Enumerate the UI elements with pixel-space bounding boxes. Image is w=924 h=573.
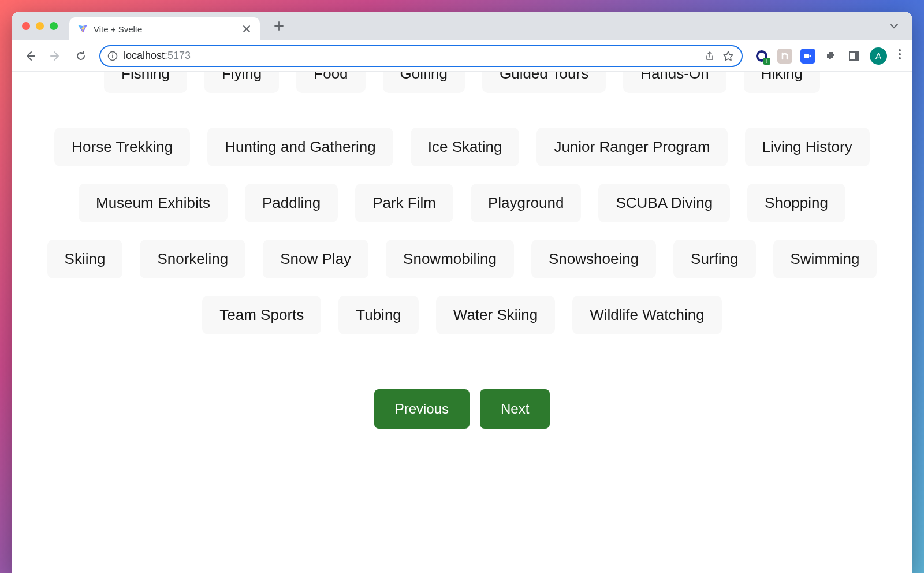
activity-chip[interactable]: Park Film — [355, 184, 453, 222]
next-button[interactable]: Next — [480, 389, 550, 429]
activity-chip[interactable]: Water Skiing — [436, 296, 555, 334]
star-icon — [722, 50, 734, 62]
previous-button[interactable]: Previous — [374, 389, 470, 429]
profile-avatar[interactable]: A — [870, 47, 887, 65]
tab-bar: Vite + Svelte — [12, 12, 912, 40]
forward-button[interactable] — [45, 46, 66, 66]
browser-menu-button[interactable] — [895, 46, 904, 66]
extension-3[interactable] — [800, 49, 815, 64]
activity-chip[interactable]: Museum Exhibits — [79, 184, 228, 222]
back-button[interactable] — [20, 46, 40, 66]
svg-point-9 — [899, 57, 901, 59]
browser-tab[interactable]: Vite + Svelte — [69, 17, 260, 40]
activity-chip[interactable]: Paddling — [245, 184, 338, 222]
activity-chips: Horse TrekkingHunting and GatheringIce S… — [12, 128, 912, 334]
activity-chip[interactable]: Hiking — [744, 72, 820, 93]
vite-favicon-icon — [77, 24, 88, 34]
extension-2[interactable] — [777, 49, 792, 64]
window-controls — [22, 22, 58, 30]
close-icon — [243, 25, 251, 33]
activity-chip[interactable]: Swimming — [773, 240, 877, 278]
url-port: :5173 — [165, 50, 191, 61]
new-tab-button[interactable] — [270, 17, 288, 35]
plus-icon — [274, 21, 284, 31]
tab-overflow-button[interactable] — [886, 17, 902, 35]
browser-toolbar: localhost:5173 ! — [12, 40, 912, 72]
side-panel-button[interactable] — [847, 49, 862, 64]
close-tab-button[interactable] — [241, 24, 252, 34]
activity-chip[interactable]: Horse Trekking — [54, 128, 190, 166]
activity-chip[interactable]: Snorkeling — [140, 240, 245, 278]
activity-chip[interactable]: Team Sports — [202, 296, 321, 334]
reload-icon — [75, 50, 87, 62]
minimize-window-button[interactable] — [36, 22, 44, 30]
url-host: localhost — [124, 50, 165, 61]
honey-h-icon — [780, 51, 789, 61]
svg-point-7 — [899, 49, 901, 51]
url-text: localhost:5173 — [124, 50, 698, 62]
site-info-icon[interactable] — [107, 51, 118, 61]
reload-button[interactable] — [70, 46, 91, 66]
svg-rect-4 — [804, 54, 809, 58]
activity-chip[interactable]: Junior Ranger Program — [536, 128, 727, 166]
svg-rect-6 — [855, 52, 859, 60]
activity-chip[interactable]: Golfing — [383, 72, 465, 93]
activity-chip[interactable]: Skiing — [47, 240, 123, 278]
chevron-down-icon — [889, 23, 899, 29]
svg-rect-2 — [112, 55, 113, 58]
extensions-area: ! A — [754, 46, 904, 66]
address-bar[interactable]: localhost:5173 — [99, 45, 743, 67]
activity-chips-row-cutoff: FishingFlyingFoodGolfingGuided ToursHand… — [12, 72, 912, 93]
svg-point-1 — [112, 53, 113, 54]
arrow-right-icon — [50, 50, 61, 62]
tab-title: Vite + Svelte — [94, 24, 236, 34]
activity-chip[interactable]: SCUBA Diving — [598, 184, 730, 222]
close-window-button[interactable] — [22, 22, 30, 30]
activity-chip[interactable]: Hands-On — [623, 72, 726, 93]
maximize-window-button[interactable] — [50, 22, 58, 30]
activity-chip[interactable]: Living History — [745, 128, 870, 166]
bookmark-button[interactable] — [722, 50, 735, 62]
activity-chip[interactable]: Surfing — [673, 240, 755, 278]
extension-1[interactable]: ! — [754, 49, 769, 64]
activity-chip[interactable]: Guided Tours — [482, 72, 606, 93]
activity-chip[interactable]: Playground — [471, 184, 582, 222]
extensions-menu-button[interactable] — [824, 49, 839, 64]
avatar-letter: A — [875, 51, 881, 61]
activity-chip[interactable]: Fishing — [104, 72, 187, 93]
activity-chip[interactable]: Food — [296, 72, 365, 93]
activity-chip[interactable]: Ice Skating — [411, 128, 520, 166]
panel-icon — [848, 50, 860, 62]
activity-chip[interactable]: Snowshoeing — [531, 240, 656, 278]
svg-point-8 — [899, 53, 901, 55]
pagination-buttons: Previous Next — [12, 389, 912, 429]
puzzle-icon — [825, 50, 837, 62]
activity-chip[interactable]: Flying — [204, 72, 279, 93]
extension-badge: ! — [763, 58, 770, 65]
activity-chip[interactable]: Snow Play — [263, 240, 368, 278]
activity-chip[interactable]: Wildlife Watching — [572, 296, 721, 334]
activity-chip[interactable]: Tubing — [338, 296, 419, 334]
activity-chip[interactable]: Hunting and Gathering — [207, 128, 393, 166]
activity-chip[interactable]: Shopping — [747, 184, 845, 222]
page-content: FishingFlyingFoodGolfingGuided ToursHand… — [12, 72, 912, 573]
share-icon — [705, 51, 715, 61]
arrow-left-icon — [24, 50, 36, 62]
kebab-menu-icon — [899, 49, 901, 59]
browser-window: Vite + Svelte localhost:5173 — [12, 12, 912, 573]
share-button[interactable] — [703, 50, 716, 62]
activity-chip[interactable]: Snowmobiling — [386, 240, 514, 278]
video-icon — [804, 52, 812, 60]
